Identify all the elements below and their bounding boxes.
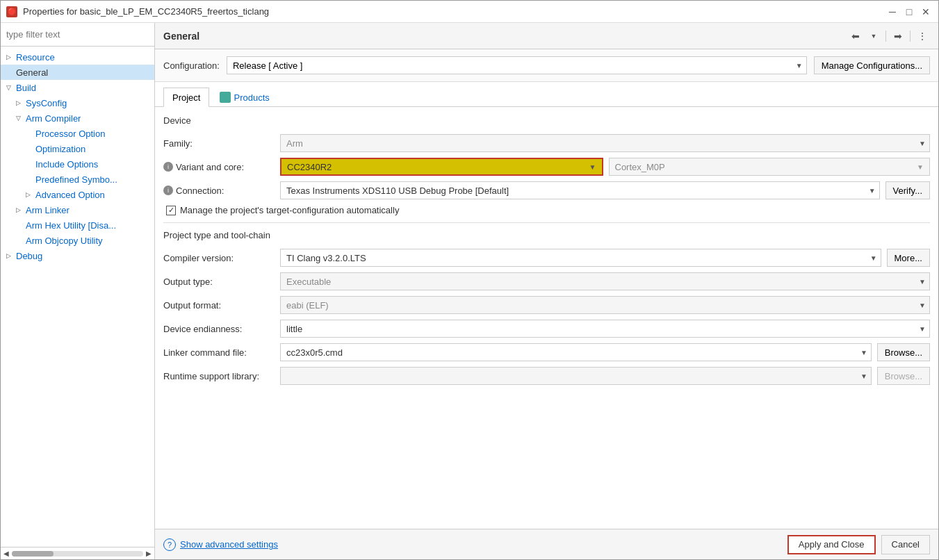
- manage-configurations-button[interactable]: Manage Configurations...: [814, 56, 930, 74]
- apply-close-button[interactable]: Apply and Close: [787, 535, 876, 554]
- back-button[interactable]: ⬅: [848, 28, 863, 44]
- linker-cmd-group: Linker command file: cc23x0r5.cmd ▼ Brow…: [163, 343, 930, 361]
- endianness-select[interactable]: little: [280, 320, 930, 338]
- arrow-icon: ▷: [16, 99, 26, 106]
- config-bar: Configuration: Release [ Active ] ▼ Mana…: [155, 49, 938, 82]
- family-select[interactable]: Arm: [280, 134, 930, 152]
- output-type-dropdown-wrapper: Executable ▼: [280, 272, 930, 290]
- chevron-down-icon: ▼: [589, 163, 596, 171]
- variant-label: i Variant and core:: [163, 162, 275, 172]
- tabs-row: Project Products: [155, 82, 938, 107]
- compiler-select[interactable]: TI Clang v3.2.0.LTS: [280, 249, 881, 267]
- verify-button[interactable]: Verify...: [885, 181, 930, 199]
- cancel-button[interactable]: Cancel: [881, 535, 930, 554]
- linker-browse-button[interactable]: Browse...: [877, 343, 930, 361]
- tab-project[interactable]: Project: [163, 88, 209, 107]
- arrow-icon: ▽: [16, 115, 26, 122]
- runtime-dropdown-wrapper: ▼: [280, 367, 872, 385]
- content-area: ▷ Resource General ▽ Build ▷ SysConfig: [1, 23, 938, 559]
- compiler-label: Compiler version:: [163, 253, 275, 263]
- arrow-icon: ▷: [6, 252, 16, 259]
- manage-target-checkbox[interactable]: ✓: [166, 206, 176, 215]
- sidebar-scrollbar[interactable]: ◀ ▶: [1, 547, 154, 559]
- config-select[interactable]: Release [ Active ]: [227, 56, 807, 74]
- panel-title: General: [163, 31, 199, 42]
- device-section-header: Device: [163, 115, 930, 129]
- connection-select[interactable]: Texas Instruments XDS110 USB Debug Probe…: [280, 181, 880, 199]
- endianness-label: Device endianness:: [163, 324, 275, 334]
- connection-label: i Connection:: [163, 186, 275, 196]
- family-label: Family:: [163, 138, 275, 149]
- sidebar-item-label: Optimization: [35, 144, 85, 154]
- sidebar-item-label: General: [16, 67, 48, 78]
- sidebar-item-label: SysConfig: [26, 98, 67, 108]
- section-divider: [163, 222, 930, 223]
- sidebar-item-processor-option[interactable]: Processor Option: [1, 126, 154, 141]
- core-input: Cortex_M0P ▼: [609, 158, 931, 176]
- sidebar: ▷ Resource General ▽ Build ▷ SysConfig: [1, 23, 155, 559]
- minimize-button[interactable]: ─: [885, 5, 899, 19]
- sidebar-item-arm-objcopy[interactable]: Arm Objcopy Utility: [1, 233, 154, 248]
- info-icon: i: [163, 162, 173, 172]
- variant-core-group: CC2340R2 ▼ Cortex_M0P ▼: [280, 158, 930, 176]
- output-format-select[interactable]: eabi (ELF): [280, 296, 930, 314]
- family-dropdown-wrapper: Arm ▼: [280, 134, 930, 152]
- sidebar-item-label: Arm Linker: [26, 205, 70, 215]
- arrow-icon: ▽: [6, 84, 16, 91]
- sidebar-item-arm-compiler[interactable]: ▽ Arm Compiler: [1, 110, 154, 126]
- family-group: Family: Arm ▼: [163, 134, 930, 152]
- output-type-select[interactable]: Executable: [280, 272, 930, 290]
- more-button[interactable]: More...: [887, 249, 930, 267]
- window-controls: ─ □ ✕: [885, 5, 933, 19]
- endianness-group: Device endianness: little ▼: [163, 320, 930, 338]
- sidebar-item-build[interactable]: ▽ Build: [1, 80, 154, 95]
- main-window: 🔴 Properties for basic_ble_LP_EM_CC2340R…: [0, 0, 939, 560]
- sidebar-item-debug[interactable]: ▷ Debug: [1, 248, 154, 263]
- tree: ▷ Resource General ▽ Build ▷ SysConfig: [1, 47, 154, 547]
- sidebar-item-resource[interactable]: ▷ Resource: [1, 49, 154, 65]
- sidebar-item-arm-linker[interactable]: ▷ Arm Linker: [1, 202, 154, 217]
- sidebar-item-optimization[interactable]: Optimization: [1, 141, 154, 156]
- arrow-icon: ▷: [16, 206, 26, 213]
- sidebar-item-advanced-option[interactable]: ▷ Advanced Option: [1, 187, 154, 202]
- arrow-icon: ▷: [26, 191, 35, 198]
- back-dropdown-button[interactable]: ▼: [866, 28, 881, 44]
- sidebar-item-general[interactable]: General: [1, 65, 154, 80]
- arrow-icon: ▷: [6, 53, 16, 60]
- bottom-right: Apply and Close Cancel: [787, 535, 930, 554]
- variant-value: CC2340R2: [287, 162, 332, 172]
- tab-products[interactable]: Products: [211, 88, 278, 106]
- panel-toolbar: ⬅ ▼ ➡ ⋮: [848, 28, 930, 44]
- forward-button[interactable]: ➡: [890, 28, 906, 44]
- products-icon: [220, 92, 231, 103]
- sidebar-item-sysconfig[interactable]: ▷ SysConfig: [1, 95, 154, 110]
- sidebar-item-label: Arm Objcopy Utility: [26, 236, 103, 246]
- show-advanced-link[interactable]: Show advanced settings: [180, 539, 278, 550]
- variant-select[interactable]: CC2340R2 ▼: [280, 158, 603, 176]
- sidebar-item-include-options[interactable]: Include Options: [1, 156, 154, 172]
- scroll-left-icon[interactable]: ◀: [3, 550, 9, 557]
- output-format-dropdown-wrapper: eabi (ELF) ▼: [280, 296, 930, 314]
- runtime-select[interactable]: [280, 367, 872, 385]
- runtime-browse-button[interactable]: Browse...: [877, 367, 930, 385]
- sidebar-item-label: Resource: [16, 52, 55, 63]
- variant-group: i Variant and core: CC2340R2 ▼ Cortex_M0…: [163, 158, 930, 176]
- sidebar-item-predefined-symbols[interactable]: Predefined Symbo...: [1, 172, 154, 187]
- linker-cmd-select[interactable]: cc23x0r5.cmd: [280, 343, 872, 361]
- config-dropdown-wrapper: Release [ Active ] ▼: [227, 56, 807, 74]
- filter-input[interactable]: [1, 23, 154, 47]
- close-button[interactable]: ✕: [919, 5, 933, 19]
- sidebar-item-label: Processor Option: [35, 129, 105, 139]
- bottom-left: ? Show advanced settings: [163, 538, 278, 551]
- toolbar-separator-2: [910, 31, 911, 42]
- core-value: Cortex_M0P: [615, 162, 665, 172]
- scroll-thumb[interactable]: [12, 551, 54, 557]
- scroll-right-icon[interactable]: ▶: [146, 550, 152, 557]
- sidebar-item-arm-hex-utility[interactable]: Arm Hex Utility [Disa...: [1, 217, 154, 233]
- more-options-button[interactable]: ⋮: [915, 28, 930, 44]
- right-panel: General ⬅ ▼ ➡ ⋮ Configuration: Release […: [155, 23, 938, 559]
- maximize-button[interactable]: □: [902, 5, 916, 19]
- compiler-dropdown-wrapper: TI Clang v3.2.0.LTS ▼: [280, 249, 881, 267]
- sidebar-item-label: Arm Compiler: [26, 113, 81, 124]
- help-icon[interactable]: ?: [163, 538, 176, 551]
